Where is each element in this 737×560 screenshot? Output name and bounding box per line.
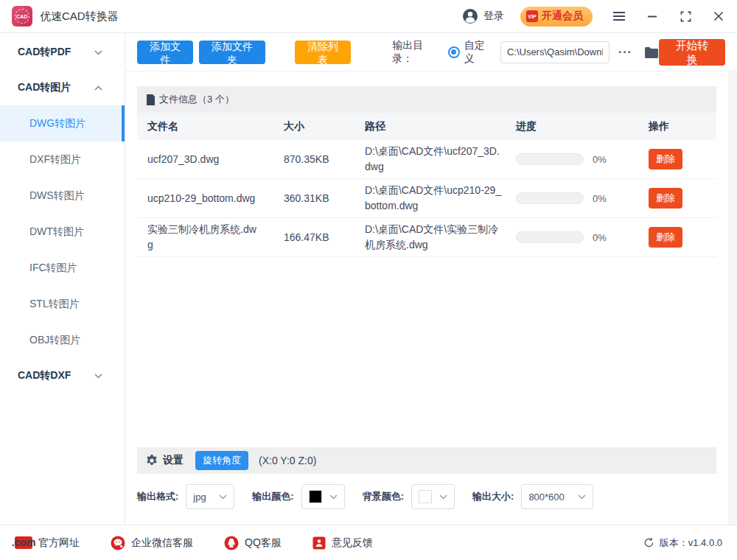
progress-bar xyxy=(516,192,584,204)
qq-support-label: QQ客服 xyxy=(245,536,282,550)
version-info: 版本：v1.4.0.0 xyxy=(643,536,722,550)
app-window: CAD 优速CAD转换器 登录 VIP 开通会员 CAD转PDF xyxy=(0,0,737,560)
sidebar-group-cad-to-pdf[interactable]: CAD转PDF xyxy=(0,35,125,70)
file-size: 360.31KB xyxy=(284,192,365,204)
sidebar-item-dwg-to-image[interactable]: DWG转图片 xyxy=(0,105,125,141)
clear-list-button[interactable]: 清除列表 xyxy=(295,41,351,64)
output-color-label: 输出颜色: xyxy=(252,490,293,503)
browse-more-button[interactable]: ··· xyxy=(618,46,632,59)
maximize-icon xyxy=(680,11,691,22)
bg-color-label: 背景颜色: xyxy=(363,490,404,503)
settings-label: 设置 xyxy=(163,454,184,467)
feedback-icon xyxy=(312,536,326,550)
wechat-support-label: 企业微信客服 xyxy=(131,536,193,550)
file-path: D:\桌面\CAD文件\ucf207_3D.dwg xyxy=(365,140,516,178)
col-header-action: 操作 xyxy=(649,120,716,133)
delete-button[interactable]: 删除 xyxy=(649,149,682,169)
feedback-label: 意见反馈 xyxy=(332,536,373,550)
gear-icon xyxy=(146,455,158,466)
wechat-icon xyxy=(111,536,125,550)
empty-space xyxy=(137,257,716,447)
add-folder-button[interactable]: 添加文件夹 xyxy=(199,41,265,64)
document-icon xyxy=(146,94,156,105)
progress-percent: 0% xyxy=(593,154,607,165)
progress-percent: 0% xyxy=(593,232,607,243)
delete-button[interactable]: 删除 xyxy=(649,188,682,209)
file-path: D:\桌面\CAD文件\ucp210-29_bottom.dwg xyxy=(365,179,516,217)
col-header-filename: 文件名 xyxy=(147,120,284,133)
chevron-down-icon xyxy=(439,494,447,500)
file-name: ucp210-29_bottom.dwg xyxy=(147,187,284,210)
sidebar-item-obj-to-image[interactable]: OBJ转图片 xyxy=(0,322,125,358)
vip-icon: VIP xyxy=(526,10,538,22)
minimize-icon xyxy=(647,11,657,21)
chevron-up-icon xyxy=(94,85,102,91)
add-file-button[interactable]: 添加文件 xyxy=(137,41,193,64)
close-button[interactable] xyxy=(712,10,725,23)
vip-label: 开通会员 xyxy=(542,10,583,23)
com-icon: .com xyxy=(15,536,32,549)
refresh-icon[interactable] xyxy=(643,537,654,548)
progress-bar xyxy=(516,231,584,243)
col-header-size: 大小 xyxy=(284,120,365,133)
bg-color-select[interactable] xyxy=(411,484,455,509)
open-folder-button[interactable] xyxy=(644,46,659,58)
rotate-angle-button[interactable]: 旋转角度 xyxy=(195,451,248,470)
bg-color-swatch xyxy=(419,490,432,503)
output-path-input[interactable] xyxy=(500,41,609,63)
chevron-down-icon xyxy=(329,494,338,500)
sidebar: CAD转PDF CAD转图片 DWG转图片 DXF转图片 DWS转图片 DWT转… xyxy=(0,33,125,525)
sidebar-item-stl-to-image[interactable]: STL转图片 xyxy=(0,286,125,322)
progress-bar xyxy=(516,153,584,165)
output-dir-label: 输出目录： xyxy=(392,39,440,66)
progress-percent: 0% xyxy=(593,193,607,204)
chevron-down-icon xyxy=(94,50,102,55)
vip-button[interactable]: VIP 开通会员 xyxy=(520,7,593,27)
col-header-path: 路径 xyxy=(365,120,516,133)
qq-support-link[interactable]: QQ客服 xyxy=(224,536,282,550)
app-title: 优速CAD转换器 xyxy=(40,10,119,24)
close-icon xyxy=(713,11,724,21)
scrollbar-gutter xyxy=(728,71,737,525)
sidebar-group-cad-to-dxf[interactable]: CAD转DXF xyxy=(0,358,125,393)
output-format-label: 输出格式: xyxy=(137,490,178,503)
app-logo-icon: CAD xyxy=(12,6,32,27)
footer: .com 官方网址 企业微信客服 QQ客服 意见反馈 版本：v1.4.0.0 xyxy=(0,525,737,560)
official-site-link[interactable]: .com 官方网址 xyxy=(15,536,80,550)
maximize-button[interactable] xyxy=(679,10,692,23)
title-bar: CAD 优速CAD转换器 登录 VIP 开通会员 xyxy=(0,0,737,33)
menu-button[interactable] xyxy=(612,10,626,23)
file-size: 870.35KB xyxy=(284,153,365,165)
table-row: ucf207_3D.dwg 870.35KB D:\桌面\CAD文件\ucf20… xyxy=(137,140,716,179)
start-convert-button[interactable]: 开始转换 xyxy=(659,39,725,66)
minimize-button[interactable] xyxy=(646,10,659,23)
output-format-select[interactable]: jpg xyxy=(186,484,234,509)
output-size-label: 输出大小: xyxy=(472,490,514,503)
output-format-value: jpg xyxy=(193,491,206,503)
sidebar-item-dws-to-image[interactable]: DWS转图片 xyxy=(0,178,125,214)
login-button[interactable]: 登录 xyxy=(462,8,504,24)
file-list-panel: 文件信息（3 个） 文件名 大小 路径 进度 操作 ucf207_3D.dwg … xyxy=(125,71,728,525)
delete-button[interactable]: 删除 xyxy=(649,227,682,248)
qq-icon xyxy=(224,536,239,550)
chevron-down-icon xyxy=(219,494,227,500)
wechat-support-link[interactable]: 企业微信客服 xyxy=(111,536,193,550)
custom-radio[interactable] xyxy=(448,46,460,58)
file-name: 实验三制冷机房系统.dwg xyxy=(147,218,284,256)
table-header-row: 文件名 大小 路径 进度 操作 xyxy=(137,113,716,140)
output-color-select[interactable] xyxy=(301,484,345,509)
sidebar-group-label: CAD转图片 xyxy=(18,81,71,94)
version-label: 版本：v1.4.0.0 xyxy=(660,536,722,550)
table-row: 实验三制冷机房系统.dwg 166.47KB D:\桌面\CAD文件\实验三制冷… xyxy=(137,218,716,257)
custom-radio-label: 自定义 xyxy=(464,39,493,66)
output-size-select[interactable]: 800*600 xyxy=(521,484,593,509)
sidebar-item-ifc-to-image[interactable]: IFC转图片 xyxy=(0,250,125,286)
sidebar-group-cad-to-image[interactable]: CAD转图片 xyxy=(0,70,125,105)
sidebar-item-dwt-to-image[interactable]: DWT转图片 xyxy=(0,214,125,250)
chevron-down-icon xyxy=(578,494,586,500)
col-header-progress: 进度 xyxy=(516,120,649,133)
chevron-down-icon xyxy=(94,374,102,379)
feedback-link[interactable]: 意见反馈 xyxy=(312,536,373,550)
sidebar-item-dxf-to-image[interactable]: DXF转图片 xyxy=(0,141,125,178)
file-info-header: 文件信息（3 个） xyxy=(137,86,716,113)
